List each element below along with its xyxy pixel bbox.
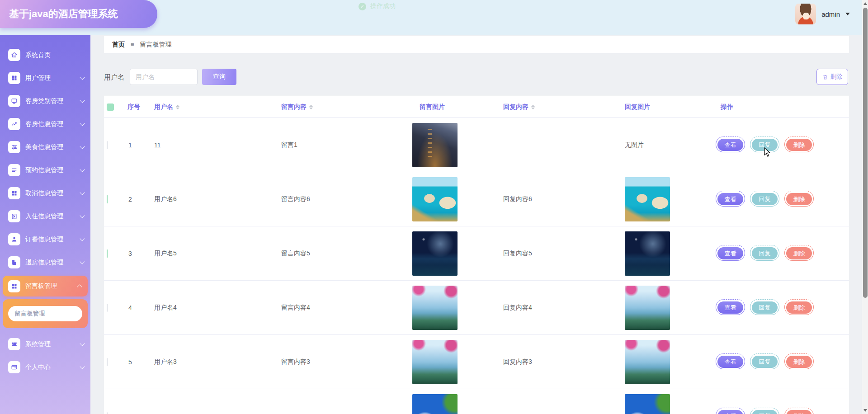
- sidebar-submenu: 留言板管理: [3, 299, 88, 328]
- delete-button[interactable]: 删除: [786, 356, 812, 368]
- column-header-label: 留言图片: [420, 103, 445, 111]
- row-reply-image-cell: [619, 231, 712, 276]
- view-button[interactable]: 查看: [717, 139, 743, 151]
- reply-button[interactable]: 回复: [752, 139, 778, 151]
- app-title: 基于java的酒店管理系统: [0, 0, 157, 28]
- sidebar-item-label: 退房信息管理: [25, 259, 80, 267]
- reply-button[interactable]: 回复: [752, 410, 778, 414]
- night-sky-photo[interactable]: [412, 231, 458, 276]
- sidebar-item-9[interactable]: 退房信息管理: [0, 251, 90, 274]
- delete-button[interactable]: 删除: [786, 139, 812, 151]
- sidebar-item-2[interactable]: 客房类别管理: [0, 89, 90, 113]
- row-username: 11: [151, 141, 278, 149]
- breadcrumb-separator-icon: ≡: [131, 41, 134, 48]
- monitor-icon: [8, 95, 20, 107]
- reply-button[interactable]: 回复: [752, 301, 778, 314]
- sort-arrows-icon[interactable]: [531, 105, 535, 109]
- view-button[interactable]: 查看: [717, 356, 743, 368]
- sidebar-item-6[interactable]: 取消信息管理: [0, 182, 90, 205]
- submenu-item[interactable]: 留言板管理: [8, 306, 82, 321]
- sidebar-item-12[interactable]: 个人中心: [0, 356, 90, 379]
- sky-clouds-photo[interactable]: [412, 394, 458, 414]
- select-all-checkbox[interactable]: [107, 104, 114, 111]
- row-message: 留言内容5: [278, 249, 407, 258]
- sort-arrows-icon[interactable]: [176, 105, 179, 109]
- delete-button[interactable]: 删除: [786, 301, 812, 314]
- list-icon: [8, 164, 20, 176]
- delete-button[interactable]: 删除: [786, 193, 812, 205]
- chevron-down-icon: [80, 98, 85, 103]
- row-reply: 回复内容4: [500, 304, 619, 312]
- sort-arrows-icon[interactable]: [309, 105, 313, 109]
- column-header-label: 回复内容: [503, 103, 528, 111]
- chevron-down-icon: [80, 341, 85, 346]
- sidebar-item-label: 美食信息管理: [25, 143, 80, 151]
- avatar[interactable]: [795, 4, 816, 24]
- sidebar-item-label: 入住信息管理: [25, 212, 80, 221]
- sidebar-item-11[interactable]: 系统管理: [0, 333, 90, 356]
- sidebar-item-label: 客房信息管理: [25, 120, 80, 128]
- row-message: 留言1: [278, 141, 407, 149]
- mountain-blossom-photo[interactable]: [625, 286, 670, 330]
- view-button[interactable]: 查看: [717, 301, 743, 314]
- reply-button[interactable]: 回复: [752, 193, 778, 205]
- sidebar-item-5[interactable]: 预约信息管理: [0, 159, 90, 182]
- view-button[interactable]: 查看: [717, 410, 743, 414]
- row-checkbox[interactable]: [107, 304, 108, 312]
- sidebar-item-8[interactable]: 订餐信息管理: [0, 228, 90, 251]
- column-header[interactable]: 留言内容: [278, 103, 407, 111]
- sidebar-item-4[interactable]: 美食信息管理: [0, 136, 90, 159]
- search-button[interactable]: 查询: [202, 69, 236, 85]
- row-reply: 回复内容3: [500, 358, 619, 366]
- page-scrollbar[interactable]: [862, 0, 868, 414]
- sea-cliffs-photo[interactable]: [412, 177, 458, 221]
- sidebar-item-10[interactable]: 留言板管理: [3, 276, 88, 296]
- mountain-blossom-photo[interactable]: [625, 340, 670, 384]
- chevron-down-icon: [80, 259, 85, 264]
- sidebar-item-3[interactable]: 客房信息管理: [0, 113, 90, 136]
- reply-button[interactable]: 回复: [752, 356, 778, 368]
- hotel-building-photo[interactable]: [412, 123, 458, 167]
- row-username: 用户名3: [151, 358, 278, 366]
- breadcrumb-home[interactable]: 首页: [112, 41, 125, 49]
- home-icon: [8, 49, 20, 61]
- row-actions: 查看 回复 删除: [712, 301, 849, 314]
- row-index: 2: [122, 196, 151, 203]
- view-button[interactable]: 查看: [717, 247, 743, 259]
- scrollbar-up-icon[interactable]: [863, 2, 867, 5]
- column-header[interactable]: 用户名: [151, 103, 278, 111]
- sky-clouds-photo[interactable]: [625, 394, 670, 414]
- user-name: admin: [821, 10, 840, 18]
- sidebar-item-0[interactable]: 系统首页: [0, 43, 90, 66]
- row-checkbox[interactable]: [107, 358, 108, 366]
- sea-cliffs-photo[interactable]: [625, 177, 670, 221]
- ticket-icon: [8, 338, 20, 350]
- user-menu[interactable]: admin: [795, 4, 850, 24]
- scrollbar-thumb[interactable]: [863, 8, 868, 298]
- sidebar-item-1[interactable]: 用户管理: [0, 66, 90, 89]
- chevron-up-icon: [77, 284, 82, 289]
- sidebar-item-7[interactable]: 入住信息管理: [0, 205, 90, 228]
- row-index: 5: [122, 358, 151, 366]
- view-button[interactable]: 查看: [717, 193, 743, 205]
- sidebar-item-label: 个人中心: [25, 363, 80, 372]
- delete-button[interactable]: 删除: [786, 247, 812, 259]
- row-checkbox[interactable]: [107, 141, 108, 149]
- reply-button[interactable]: 回复: [752, 247, 778, 259]
- row-select-cell: [104, 250, 122, 257]
- row-checkbox[interactable]: [107, 195, 108, 203]
- row-username: 用户名6: [151, 195, 278, 203]
- night-sky-photo[interactable]: [625, 231, 670, 276]
- batch-delete-button[interactable]: 删除: [816, 69, 848, 85]
- mountain-blossom-photo[interactable]: [412, 340, 458, 384]
- column-header: 序号: [122, 103, 151, 111]
- delete-button[interactable]: 删除: [786, 410, 812, 414]
- column-header[interactable]: 回复内容: [500, 103, 619, 111]
- row-checkbox[interactable]: [107, 412, 108, 414]
- sliders-icon: [8, 141, 20, 153]
- row-checkbox[interactable]: [107, 249, 108, 258]
- mountain-blossom-photo[interactable]: [412, 286, 458, 330]
- sidebar-item-label: 取消信息管理: [25, 189, 80, 198]
- scrollbar-down-icon[interactable]: [863, 409, 867, 412]
- username-filter-input[interactable]: [130, 69, 198, 85]
